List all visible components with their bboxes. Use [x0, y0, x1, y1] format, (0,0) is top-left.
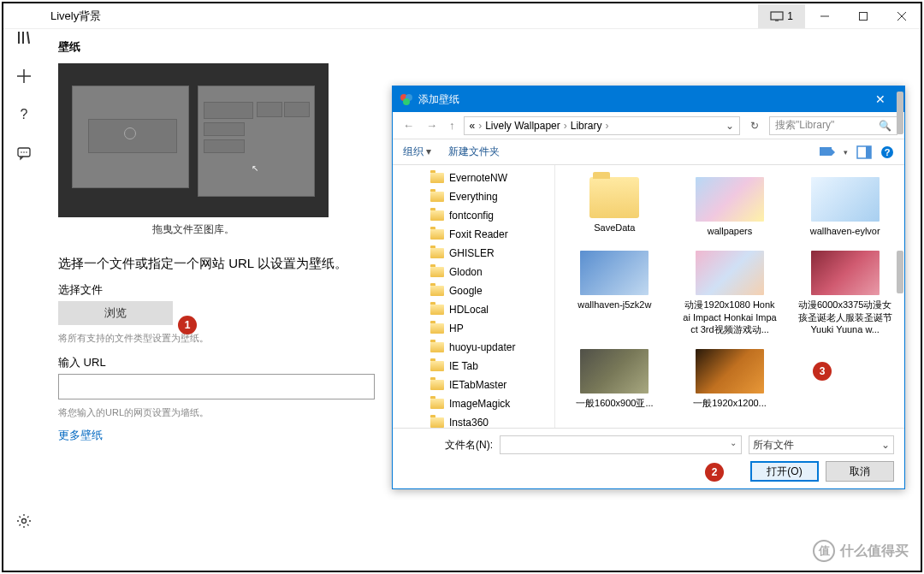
- help-icon[interactable]: ?: [15, 106, 33, 123]
- app-title: Lively背景: [3, 9, 101, 24]
- dialog-footer: 文件名(N): ⌄ 所有文件⌄ 打开(O) 取消: [393, 428, 904, 488]
- nav-forward-icon[interactable]: →: [423, 119, 441, 132]
- folder-icon: [430, 417, 444, 428]
- view-mode-icon[interactable]: [820, 145, 835, 159]
- folder-icon: [430, 361, 444, 371]
- tree-item[interactable]: huoyu-updater: [393, 338, 554, 357]
- file-name: wallpapers: [708, 225, 753, 237]
- svg-rect-0: [771, 12, 783, 20]
- tree-item[interactable]: ImageMagick: [393, 394, 554, 413]
- dialog-titlebar: 添加壁纸 ✕: [393, 86, 904, 112]
- dialog-toolbar: 组织 ▾ 新建文件夹 ▾ ?: [393, 139, 904, 165]
- preview-pane-icon[interactable]: [856, 145, 872, 159]
- folder-icon: [430, 286, 444, 296]
- folder-icon: [430, 267, 444, 277]
- file-item[interactable]: wallpapers: [674, 174, 786, 240]
- file-thumbnail: [696, 349, 764, 394]
- help-icon[interactable]: ?: [880, 145, 894, 159]
- folder-icon: [430, 192, 444, 202]
- file-item[interactable]: 一般1920x1200...: [674, 346, 786, 412]
- file-thumbnail: [589, 177, 639, 218]
- tree-item[interactable]: HDLocal: [393, 300, 554, 319]
- app-sidebar: ?: [3, 29, 44, 542]
- svg-point-13: [23, 151, 25, 153]
- folder-icon: [430, 229, 444, 240]
- folder-icon: [430, 210, 444, 221]
- folder-icon: [430, 248, 444, 258]
- annotation-1: 1: [178, 316, 197, 334]
- library-icon[interactable]: [15, 29, 33, 46]
- file-item[interactable]: wallhaven-eylvor: [789, 174, 901, 240]
- dialog-close-button[interactable]: ✕: [863, 92, 897, 106]
- folder-icon: [430, 380, 444, 390]
- open-button[interactable]: 打开(O): [750, 461, 819, 482]
- feedback-icon[interactable]: [15, 145, 33, 162]
- folder-icon: [430, 305, 444, 315]
- watermark: 值 什么值得买: [813, 540, 909, 562]
- file-name: 一般1600x900亚...: [576, 397, 654, 409]
- file-item[interactable]: 动漫6000x3375动漫女孩圣诞老人服装圣诞节 Yuuki Yuuna w..…: [789, 247, 901, 339]
- svg-point-18: [403, 98, 410, 105]
- close-button[interactable]: [882, 3, 921, 29]
- search-icon: 🔍: [879, 120, 891, 132]
- svg-point-12: [21, 151, 22, 153]
- file-item[interactable]: wallhaven-j5zk2w: [559, 247, 671, 339]
- section-title: 壁纸: [58, 39, 907, 55]
- file-thumbnail: [580, 349, 649, 394]
- settings-icon[interactable]: [15, 512, 33, 530]
- svg-point-15: [22, 519, 27, 524]
- add-icon[interactable]: [15, 68, 33, 85]
- nav-back-icon[interactable]: ←: [400, 119, 418, 132]
- breadcrumb[interactable]: «› Lively Wallpaper› Library› ⌄: [464, 116, 741, 135]
- minimize-button[interactable]: [805, 3, 844, 29]
- svg-rect-19: [820, 147, 832, 156]
- tree-item[interactable]: Google: [393, 281, 554, 300]
- folder-icon: [430, 173, 444, 183]
- file-name: wallhaven-eylvor: [810, 225, 880, 237]
- file-name: SaveData: [594, 222, 635, 234]
- nav-up-icon[interactable]: ↑: [446, 119, 459, 132]
- svg-line-8: [27, 32, 29, 44]
- file-thumbnail: [811, 177, 880, 222]
- tree-item[interactable]: Insta360: [393, 413, 554, 428]
- tree-item[interactable]: HP: [393, 319, 554, 338]
- tree-item[interactable]: Glodon: [393, 263, 554, 281]
- folder-tree[interactable]: EvernoteNWEverythingfontconfigFoxit Read…: [393, 165, 555, 428]
- annotation-2: 2: [705, 463, 724, 482]
- file-name: wallhaven-j5zk2w: [578, 299, 651, 311]
- more-wallpapers-link[interactable]: 更多壁纸: [58, 428, 103, 443]
- file-thumbnail: [696, 177, 764, 222]
- browse-button[interactable]: 浏览: [58, 301, 173, 325]
- newfolder-button[interactable]: 新建文件夹: [448, 145, 500, 159]
- file-name: 一般1920x1200...: [693, 397, 767, 409]
- tree-item[interactable]: GHISLER: [393, 244, 554, 263]
- file-thumbnail: [696, 251, 764, 295]
- tree-item[interactable]: IE Tab: [393, 357, 554, 376]
- file-item[interactable]: SaveData: [559, 174, 671, 240]
- svg-rect-21: [866, 146, 871, 158]
- tree-item[interactable]: IETabMaster: [393, 376, 554, 394]
- tree-item[interactable]: Everything: [393, 187, 554, 206]
- file-item[interactable]: 一般1600x900亚...: [559, 346, 671, 412]
- maximize-button[interactable]: [844, 3, 882, 29]
- file-filter-select[interactable]: 所有文件⌄: [749, 435, 894, 454]
- filename-input[interactable]: [500, 435, 742, 454]
- svg-point-14: [26, 151, 27, 153]
- svg-text:?: ?: [885, 147, 891, 157]
- organize-menu[interactable]: 组织 ▾: [403, 145, 431, 159]
- file-item[interactable]: 动漫1920x1080 Honkai Impact Honkai Impact …: [674, 247, 786, 339]
- tree-item[interactable]: fontconfig: [393, 206, 554, 225]
- monitor-selector[interactable]: 1: [758, 4, 805, 28]
- file-list[interactable]: SaveDatawallpaperswallhaven-eylvorwallha…: [555, 165, 904, 428]
- tree-item[interactable]: EvernoteNW: [393, 169, 554, 187]
- folder-icon: [430, 342, 444, 352]
- folder-icon: [430, 323, 444, 334]
- cancel-button[interactable]: 取消: [826, 461, 894, 482]
- filename-label: 文件名(N):: [403, 438, 493, 453]
- files-scrollbar[interactable]: [897, 251, 903, 293]
- refresh-icon[interactable]: ↻: [745, 120, 764, 132]
- file-thumbnail: [580, 251, 649, 295]
- search-input[interactable]: 搜索"Library" 🔍: [769, 116, 897, 135]
- url-input[interactable]: [58, 374, 375, 399]
- tree-item[interactable]: Foxit Reader: [393, 225, 554, 244]
